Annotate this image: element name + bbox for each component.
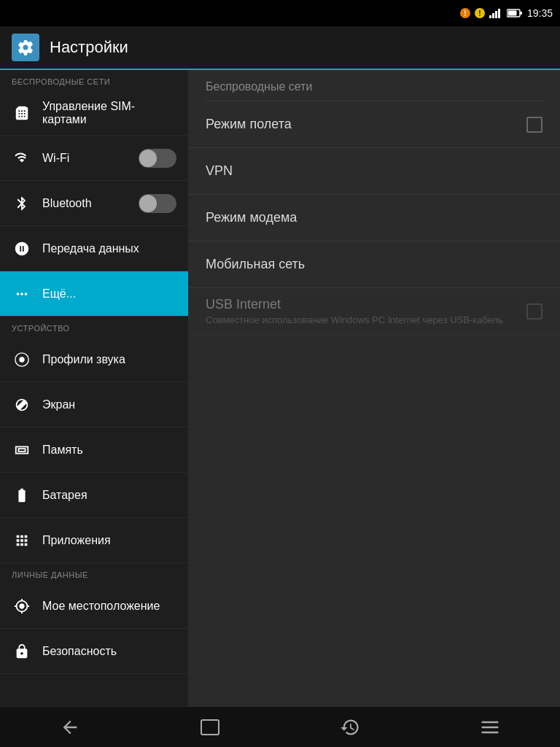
section-header-wireless: БЕСПРОВОДНЫЕ СЕТИ <box>0 70 188 90</box>
wifi-icon <box>12 148 32 169</box>
display-icon <box>12 395 32 415</box>
menu-button[interactable] <box>468 713 512 742</box>
sidebar-item-security[interactable]: Безопасность <box>0 629 188 674</box>
bluetooth-icon <box>12 193 32 214</box>
signal-icon <box>489 8 502 18</box>
content-label-usb: USB Internet <box>206 297 526 312</box>
svg-rect-1 <box>492 13 494 18</box>
svg-rect-12 <box>481 731 498 732</box>
section-header-device: УСТРОЙСТВО <box>0 317 188 337</box>
content-item-airplane-text: Режим полета <box>206 117 526 132</box>
apps-icon <box>12 530 32 551</box>
settings-icon-box <box>12 34 39 61</box>
sidebar-item-location[interactable]: Мое местоположение <box>0 584 188 629</box>
memory-icon <box>12 440 32 460</box>
content-item-usb-text: USB Internet Совместное использование Wi… <box>206 297 526 325</box>
sidebar-item-more[interactable]: Ещё... <box>0 271 188 317</box>
sidebar-label-wifi: Wi-Fi <box>42 152 139 165</box>
sidebar-item-apps[interactable]: Приложения <box>0 518 188 563</box>
content-section-header: Беспроводные сети <box>188 70 560 101</box>
content-item-usb: USB Internet Совместное использование Wi… <box>188 288 560 335</box>
main-layout: БЕСПРОВОДНЫЕ СЕТИ Управление SIM-картами… <box>0 70 560 706</box>
sidebar-item-memory[interactable]: Память <box>0 427 188 473</box>
bluetooth-toggle-knob <box>139 195 157 212</box>
sidebar-label-memory: Память <box>42 444 176 457</box>
warning-icon-2: ! <box>475 8 485 18</box>
sidebar-item-data[interactable]: Передача данных <box>0 226 188 271</box>
usb-checkbox <box>526 303 542 320</box>
sidebar-label-location: Мое местоположение <box>42 600 176 613</box>
recent-icon <box>340 717 360 738</box>
content-item-vpn-text: VPN <box>206 163 542 179</box>
sidebar-label-sim: Управление SIM-картами <box>42 100 176 126</box>
toolbar-title: Настройки <box>50 38 128 57</box>
sidebar: БЕСПРОВОДНЫЕ СЕТИ Управление SIM-картами… <box>0 70 188 706</box>
content-panel: Беспроводные сети Режим полета VPN Режим… <box>188 70 560 706</box>
sim-icon <box>12 103 32 123</box>
content-label-mobile: Мобильная сеть <box>206 257 542 272</box>
svg-rect-11 <box>481 726 498 727</box>
settings-icon <box>17 39 34 56</box>
sidebar-label-more: Ещё... <box>42 287 176 301</box>
content-item-tethering-text: Режим модема <box>206 210 542 225</box>
battery-sidebar-icon <box>12 485 32 506</box>
svg-rect-3 <box>498 9 500 18</box>
sidebar-item-wifi[interactable]: Wi-Fi <box>0 136 188 181</box>
menu-icon <box>480 717 500 738</box>
svg-rect-2 <box>495 11 497 18</box>
svg-rect-9 <box>201 720 219 735</box>
sidebar-label-battery: Батарея <box>42 489 176 502</box>
svg-point-8 <box>19 357 24 362</box>
sidebar-label-security: Безопасность <box>42 645 176 658</box>
sidebar-item-battery[interactable]: Батарея <box>0 473 188 518</box>
clock: 19:35 <box>527 7 553 19</box>
wifi-toggle[interactable] <box>139 149 176 168</box>
content-item-mobile-text: Мобильная сеть <box>206 257 542 272</box>
content-item-mobile[interactable]: Мобильная сеть <box>188 241 560 288</box>
sidebar-item-sim[interactable]: Управление SIM-картами <box>0 90 188 136</box>
sidebar-label-bluetooth: Bluetooth <box>42 197 139 210</box>
status-bar: ! ! 19:35 <box>0 0 560 26</box>
location-icon <box>12 596 32 616</box>
sound-icon <box>12 349 32 370</box>
sidebar-item-display[interactable]: Экран <box>0 382 188 427</box>
content-item-tethering[interactable]: Режим модема <box>188 195 560 241</box>
svg-rect-6 <box>508 11 516 16</box>
svg-rect-0 <box>489 15 491 18</box>
nav-bar <box>0 706 560 747</box>
content-item-vpn[interactable]: VPN <box>188 148 560 195</box>
airplane-checkbox[interactable] <box>526 117 542 133</box>
security-icon <box>12 641 32 662</box>
back-icon <box>60 717 80 738</box>
status-icons: ! ! 19:35 <box>460 7 553 19</box>
home-icon <box>198 717 222 738</box>
svg-rect-5 <box>520 12 522 15</box>
sidebar-label-display: Экран <box>42 398 176 411</box>
section-header-personal: ЛИЧНЫЕ ДАННЫЕ <box>0 563 188 584</box>
back-button[interactable] <box>48 713 92 742</box>
data-icon <box>12 239 32 259</box>
content-label-airplane: Режим полета <box>206 117 526 132</box>
battery-icon <box>507 9 523 18</box>
recent-button[interactable] <box>328 713 372 742</box>
sidebar-item-sound[interactable]: Профили звука <box>0 337 188 382</box>
bluetooth-toggle[interactable] <box>139 194 176 213</box>
warning-icon-1: ! <box>460 8 470 18</box>
content-label-vpn: VPN <box>206 163 542 179</box>
content-item-airplane[interactable]: Режим полета <box>188 101 560 148</box>
more-icon <box>12 284 32 304</box>
svg-rect-10 <box>481 721 498 722</box>
content-label-tethering: Режим модема <box>206 210 542 225</box>
toolbar: Настройки <box>0 26 560 70</box>
home-button[interactable] <box>188 713 232 742</box>
sidebar-label-apps: Приложения <box>42 534 176 547</box>
sidebar-label-sound: Профили звука <box>42 353 176 366</box>
content-sublabel-usb: Совместное использование Windows PC Inte… <box>206 314 526 325</box>
sidebar-item-bluetooth[interactable]: Bluetooth <box>0 181 188 226</box>
sidebar-label-data: Передача данных <box>42 242 176 255</box>
wifi-toggle-knob <box>139 150 157 167</box>
